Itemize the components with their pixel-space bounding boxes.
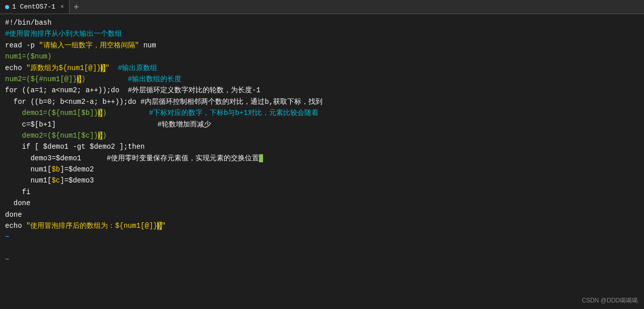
code-line: num2=(${#num1[@]}}) #输出数组的长度 <box>5 74 639 85</box>
code-line: c=$[b+1] #轮数增加而减少 <box>5 119 639 130</box>
code-line: demo2=(${num1[$c]}}) <box>5 130 639 141</box>
code-line <box>5 243 639 254</box>
tab-bar: 1 CentOS7-1 × + <box>0 0 644 14</box>
code-line: done <box>5 209 639 220</box>
code-line: read -p "请输入一组数字，用空格间隔" num <box>5 40 639 51</box>
tab-label: 1 CentOS7-1 <box>12 3 55 11</box>
code-line: fi <box>5 187 639 198</box>
code-line: done <box>5 198 639 209</box>
code-line: ~ <box>5 254 639 265</box>
code-line: num1[$b]=$demo2 <box>5 164 639 175</box>
code-line: if [ $demo1 -gt $demo2 ];then <box>5 141 639 152</box>
code-line: num1=($num) <box>5 51 639 62</box>
code-line: num1[$c]=$demo3 <box>5 175 639 186</box>
code-line: echo "使用冒泡排序后的数组为：${num1[@]}}" <box>5 220 639 231</box>
tab-close-button[interactable]: × <box>60 4 64 11</box>
code-line: echo "原数组为${num1[@]}}" #输出原数组 <box>5 63 639 74</box>
tab-centos[interactable]: 1 CentOS7-1 × <box>0 0 70 14</box>
tab-add-button[interactable]: + <box>70 0 83 14</box>
code-line: ~ <box>5 231 639 242</box>
code-line: demo3=$demo1 #使用零时变量保存元素值，实现元素的交换位置 <box>5 153 639 164</box>
tab-dot <box>5 5 9 9</box>
code-line: #使用冒泡排序从小到大输出一个数组 <box>5 28 639 39</box>
code-line: demo1=(${num1[$b]}}) #下标对应的数字，下标b与b+1对比，… <box>5 107 639 118</box>
code-line: for ((b=0; b<num2-a; b++));do #内层循环控制相邻两… <box>5 96 639 107</box>
code-line: #!/bin/bash <box>5 17 639 28</box>
code-line: for ((a=1; a<num2; a++));do #外层循环定义数字对比的… <box>5 85 639 96</box>
watermark: CSDN @DDD噶噶噶 <box>582 296 638 305</box>
editor-area: #!/bin/bash#使用冒泡排序从小到大输出一个数组read -p "请输入… <box>0 14 644 309</box>
